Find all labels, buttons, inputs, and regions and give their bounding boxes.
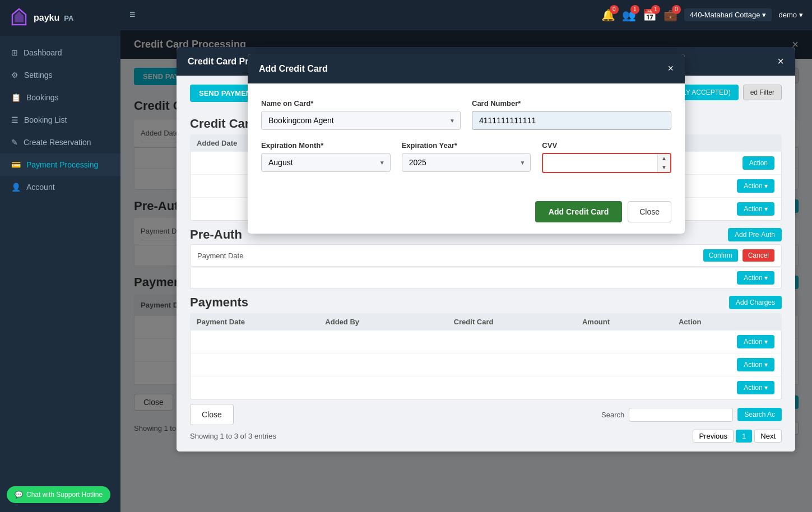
briefcase-badge: 0	[672, 5, 681, 14]
cvv-decrement-button[interactable]: ▼	[658, 163, 670, 172]
outer-pmt-row-2: Action ▾	[191, 353, 781, 376]
modal-title: Add Credit Card	[259, 64, 328, 74]
cvv-spinner-wrapper: ▲ ▼	[542, 153, 671, 173]
outer-pmt-action-3[interactable]: Action ▾	[737, 381, 774, 394]
modal-close-button[interactable]: ×	[667, 63, 674, 75]
modal-footer-close-button[interactable]: Close	[628, 201, 671, 222]
outer-search-close: Close Search Search Ac	[190, 404, 782, 425]
sidebar-item-account[interactable]: 👤 Account	[0, 176, 120, 198]
outer-cancel-button[interactable]: Cancel	[743, 249, 774, 262]
modal-footer: Add Credit Card Close	[248, 196, 685, 234]
outer-payments-header-row: Payment Date Added By Credit Card Amount…	[190, 313, 782, 331]
form-row-1: Name on Card* Bookingcom Agent Card Numb…	[261, 99, 671, 130]
topbar-left: ≡	[129, 9, 136, 21]
outer-add-charges-button[interactable]: Add Charges	[729, 296, 782, 309]
add-credit-card-modal: Add Credit Card × Name on Card* Bookingc…	[248, 54, 685, 234]
settings-icon: ⚙	[11, 71, 18, 80]
outer-search-input[interactable]	[629, 408, 733, 422]
expiry-month-select[interactable]: January February March April May June Ju…	[261, 153, 391, 172]
outer-pmt-amount: Amount	[582, 318, 679, 326]
account-icon: 👤	[11, 183, 21, 192]
user-selector[interactable]: demo ▾	[778, 11, 803, 19]
name-on-card-select[interactable]: Bookingcom Agent	[261, 111, 461, 130]
sidebar-item-dashboard-label: Dashboard	[24, 48, 62, 57]
bookings-icon: 📋	[11, 93, 21, 102]
sidebar-item-settings[interactable]: ⚙ Settings	[0, 64, 120, 86]
sidebar-item-account-label: Account	[26, 183, 55, 192]
notification-briefcase[interactable]: 💼 0	[663, 8, 678, 22]
user-text: demo	[778, 11, 797, 19]
outer-pre-auth-actions: Confirm Cancel	[703, 249, 774, 262]
users-badge: 1	[630, 5, 639, 14]
name-on-card-select-wrapper: Bookingcom Agent	[261, 111, 461, 130]
outer-payments-body: Action ▾ Action ▾ Action ▾	[190, 331, 782, 399]
sidebar-item-booking-list[interactable]: ☰ Booking List	[0, 109, 120, 131]
expiry-month-select-wrapper: January February March April May June Ju…	[261, 153, 391, 172]
card-number-input[interactable]	[472, 111, 671, 130]
app-subtitle: PA	[64, 14, 73, 22]
outer-modal-close-button[interactable]: ×	[777, 55, 784, 68]
notification-calendar[interactable]: 📅 1	[643, 8, 657, 22]
form-row-2: Expiration Month* January February March…	[261, 141, 671, 173]
hamburger-icon[interactable]: ≡	[129, 9, 136, 21]
sidebar-item-create-reservation[interactable]: ✎ Create Reservation	[0, 131, 120, 153]
sidebar-nav: ⊞ Dashboard ⚙ Settings 📋 Bookings ☰ Book…	[0, 41, 120, 198]
chat-support-label: Chat with Support Hotline	[26, 491, 103, 499]
outer-cc-action-1[interactable]: Action	[743, 156, 774, 170]
cvv-label: CVV	[542, 141, 671, 150]
outer-pagination-controls: Previous 1 Next	[693, 430, 782, 443]
outer-payments-title: Payments	[190, 295, 248, 310]
expiry-month-label: Expiration Month*	[261, 141, 391, 150]
calendar-badge: 1	[651, 5, 660, 14]
outer-pmt-action-2[interactable]: Action ▾	[737, 358, 774, 371]
card-number-label: Card Number*	[472, 99, 671, 108]
name-on-card-label: Name on Card*	[261, 99, 461, 108]
notification-bell[interactable]: 🔔 0	[601, 8, 615, 22]
dashboard-icon: ⊞	[11, 48, 18, 57]
expiry-year-group: Expiration Year* 2024 2025 2026 2027 202…	[402, 141, 531, 173]
main-content: Credit Card Processing × SEND PAYMENT RE…	[120, 30, 812, 512]
location-selector[interactable]: 440-Matahari Cottage ▾	[684, 8, 772, 21]
outer-filter-button[interactable]: ed Filter	[743, 85, 782, 100]
outer-add-pre-auth-button[interactable]: Add Pre-Auth	[728, 228, 782, 241]
sidebar-item-payment-processing[interactable]: 💳 Payment Processing	[0, 153, 120, 176]
outer-pmt-row-1: Action ▾	[191, 331, 781, 353]
outer-confirm-button[interactable]: Confirm	[703, 249, 738, 262]
outer-payments: Payments Add Charges Payment Date Added …	[190, 295, 782, 443]
payment-icon: 💳	[11, 160, 21, 169]
outer-close-button[interactable]: Close	[190, 404, 234, 425]
outer-payments-header: Payments Add Charges	[190, 295, 782, 310]
notification-users[interactable]: 👥 1	[622, 8, 636, 22]
expiry-year-select-wrapper: 2024 2025 2026 2027 2028	[402, 153, 531, 172]
sidebar-item-create-reservation-label: Create Reservation	[24, 138, 91, 147]
topbar: ≡ 🔔 0 👥 1 📅 1 💼 0 440-Matahari Cottage ▾…	[120, 0, 812, 30]
chat-support-button[interactable]: 💬 Chat with Support Hotline	[7, 486, 110, 503]
cvv-increment-button[interactable]: ▲	[658, 154, 670, 163]
name-on-card-group: Name on Card* Bookingcom Agent	[261, 99, 461, 130]
modal-header: Add Credit Card ×	[248, 54, 685, 83]
sidebar-item-dashboard[interactable]: ⊞ Dashboard	[0, 41, 120, 64]
outer-search-label: Search	[601, 411, 624, 419]
modal-body: Name on Card* Bookingcom Agent Card Numb…	[248, 83, 685, 196]
outer-pagination: Showing 1 to 3 of 3 entries Previous 1 N…	[190, 430, 782, 443]
outer-pre-auth-action-btn[interactable]: Action ▾	[737, 271, 774, 285]
outer-next-button[interactable]: Next	[754, 430, 782, 443]
outer-page-1[interactable]: 1	[736, 430, 752, 443]
outer-showing-label: Showing 1 to 3 of 3 entries	[190, 432, 276, 440]
outer-pmt-added-by: Added By	[325, 318, 453, 326]
expiry-year-label: Expiration Year*	[402, 141, 531, 150]
whatsapp-icon: 💬	[15, 491, 23, 499]
outer-cc-action-2[interactable]: Action ▾	[737, 179, 774, 193]
outer-pmt-action-1[interactable]: Action ▾	[737, 335, 774, 348]
outer-previous-button[interactable]: Previous	[693, 430, 734, 443]
outer-cc-action-3[interactable]: Action ▾	[737, 202, 774, 216]
cvv-input[interactable]	[543, 154, 657, 172]
sidebar-item-bookings[interactable]: 📋 Bookings	[0, 86, 120, 109]
add-credit-card-button[interactable]: Add Credit Card	[535, 201, 622, 222]
outer-search-ac-button[interactable]: Search Ac	[737, 408, 782, 421]
outer-search: Search Search Ac	[601, 408, 782, 422]
location-text: 440-Matahari Cottage	[690, 11, 760, 19]
list-icon: ☰	[11, 115, 18, 124]
cvv-spinner-buttons: ▲ ▼	[657, 154, 670, 172]
expiry-year-select[interactable]: 2024 2025 2026 2027 2028	[402, 153, 531, 172]
